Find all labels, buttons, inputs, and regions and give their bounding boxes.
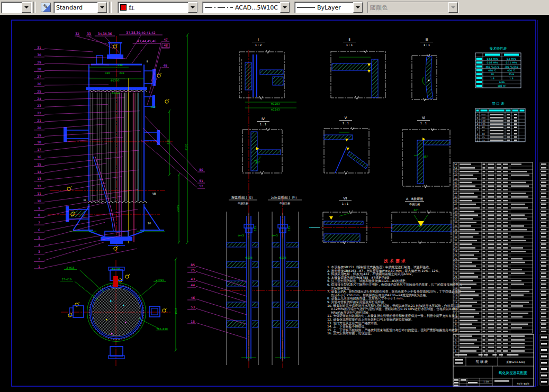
hatched-plate — [227, 281, 258, 286]
cell-text-bar — [497, 320, 501, 322]
cell-text-bar — [503, 214, 508, 216]
cell-text-bar — [503, 193, 508, 194]
rect — [541, 218, 546, 220]
parts-item-no: 45 — [454, 188, 457, 191]
cell-text-bar — [460, 222, 476, 223]
rect — [476, 61, 482, 63]
cell-text-bar — [497, 171, 501, 172]
color-combo[interactable]: 红 — [118, 2, 198, 13]
cell-text-bar — [488, 193, 494, 194]
linetype-combo[interactable]: ACAD...5W10C — [202, 2, 290, 13]
rect — [541, 258, 546, 260]
cell-text-bar — [503, 323, 508, 325]
cell-text-bar — [497, 331, 501, 332]
cell-text-bar — [497, 309, 501, 311]
cell-text-bar — [511, 350, 525, 352]
cell-text-bar — [460, 204, 476, 205]
text-style-button[interactable]: ✎ — [39, 1, 52, 14]
leader-line — [44, 189, 138, 202]
cell-text-bar — [460, 343, 474, 344]
cell-text-bar — [514, 120, 517, 122]
cell-text-bar — [503, 178, 508, 180]
dimension-label: Φ+3 — [272, 234, 277, 237]
cell-text-bar — [460, 347, 479, 348]
parts-item-no: 42 — [454, 199, 457, 202]
text-style-combo[interactable]: Standard — [53, 2, 107, 13]
cell-text-bar — [511, 339, 525, 341]
cell-text-bar — [460, 163, 471, 165]
cad-model-space[interactable]: ⅡⅧⅨ10 2-Φ1525-Φ192-M15786-Φ38 Ⅰ1 : 2Ⅱ1 :… — [0, 15, 549, 392]
cell-text-bar — [507, 120, 510, 122]
cell-text-bar — [483, 343, 485, 344]
rect — [541, 269, 546, 270]
lineweight-combo[interactable]: ByLayer — [294, 2, 363, 13]
char-value: 1.6 — [490, 77, 494, 80]
leader-label: 85 — [191, 263, 195, 267]
cell-text-bar — [503, 243, 508, 245]
cell-text-bar — [503, 229, 508, 231]
dropdown-button[interactable] — [353, 2, 363, 13]
cell-text-bar — [488, 200, 494, 202]
rect — [541, 222, 546, 223]
cell-text-bar — [488, 247, 494, 249]
cell-text-bar — [488, 211, 494, 213]
leader-line — [44, 144, 107, 151]
rect — [541, 175, 546, 176]
cell-text-bar — [497, 266, 501, 267]
cell-text-bar — [503, 211, 508, 213]
cell-text-bar — [497, 327, 501, 329]
nozzle-size: 80 — [482, 126, 485, 129]
cell-text-bar — [488, 276, 494, 278]
cell-text-bar — [497, 343, 501, 344]
parts-item-no: 38 — [454, 214, 457, 216]
unnamed-combo[interactable] — [1, 2, 32, 13]
cell-text-bar — [497, 280, 501, 281]
detail-views: Ⅰ1 : 2Ⅱ1 : 1Ⅲ1 : 1Ⅳ1 : 1Ⅴ1 : 1Ⅵ1 : 1Ⅶ1 :… — [239, 38, 451, 244]
rect — [476, 73, 482, 75]
cell-text-bar — [511, 247, 523, 249]
cell-text-bar — [483, 313, 485, 314]
cell-text-bar — [460, 193, 474, 194]
cell-text-bar — [497, 167, 501, 169]
sheet-label: 共1张 第1张 — [517, 382, 530, 385]
rect — [541, 320, 546, 321]
charge-port — [113, 276, 118, 287]
cell-text-bar — [511, 347, 525, 348]
leader-label: 20 — [37, 126, 41, 130]
weight-value: 重量6274.42kg — [506, 360, 525, 363]
cell-text-bar — [483, 298, 485, 299]
line — [339, 213, 349, 216]
cell-text-bar — [488, 350, 494, 352]
rect — [541, 316, 546, 318]
cell-text-bar — [511, 236, 524, 238]
cell-text-bar — [497, 272, 501, 274]
dimension-label: Φ1300 — [111, 79, 120, 82]
cell-text-bar — [507, 123, 510, 125]
cell-text-bar — [503, 327, 508, 329]
cell-text-bar — [488, 182, 494, 184]
hatched-plate — [227, 261, 258, 268]
cell-text-bar — [503, 167, 508, 169]
cell-text-bar — [503, 316, 508, 318]
dimension-label: 45° — [424, 155, 428, 158]
cell-text-bar — [503, 218, 508, 220]
rect — [73, 306, 84, 317]
toolbar: ✎ Standard 红 ACAD...5W10C ByLayer 随颜色 — [0, 0, 549, 15]
leader-label: 24 — [37, 97, 41, 101]
dimension-label: 60° — [414, 208, 419, 212]
dropdown-button[interactable] — [280, 2, 290, 13]
cell-text-bar — [460, 218, 473, 220]
cell-text-bar — [488, 272, 494, 274]
cell-text-bar — [488, 236, 494, 238]
leader-label: 50 — [199, 168, 203, 171]
char-value: 6.86 — [499, 81, 505, 84]
dropdown-button[interactable] — [188, 2, 197, 13]
parts-item-no: 28 — [454, 250, 457, 253]
dropdown-button[interactable] — [97, 2, 107, 13]
hatched-plate — [251, 132, 257, 171]
rect — [541, 305, 546, 307]
cell-text-bar — [497, 233, 501, 234]
dimension-label: 300 — [150, 105, 156, 108]
cell-text-bar — [503, 189, 508, 190]
dropdown-button[interactable] — [22, 2, 31, 13]
